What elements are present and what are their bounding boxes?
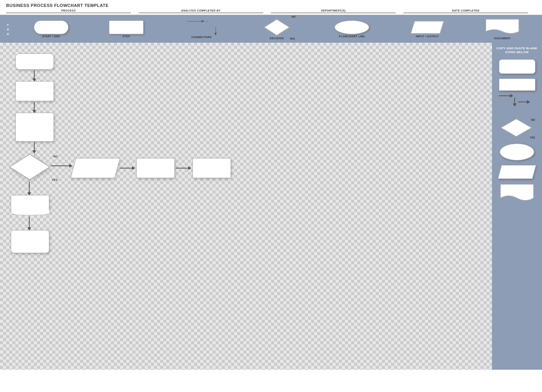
arrow-right-3 <box>176 168 191 168</box>
flow-box-3 <box>15 113 54 142</box>
arrow-down-doc-shape <box>29 217 30 230</box>
main-area: NO YES <box>0 43 542 370</box>
arrow-down-2 <box>34 102 35 113</box>
page-title: BUSINESS PROCESS FLOWCHART TEMPLATE <box>6 3 536 8</box>
flow-box-right <box>192 158 231 178</box>
key-connectors-label: CONNECTORS <box>191 36 212 38</box>
svg-marker-2 <box>10 154 50 180</box>
header-fields: PROCESS ANALYSIS COMPLETED BY DEPARTMENT… <box>6 9 536 13</box>
flow-step-mid-shape <box>136 158 175 178</box>
flow-decision: NO YES <box>8 153 51 182</box>
key-flowchart-link-label: FLOWCHART LINK <box>339 35 365 38</box>
flow-step-right-shape <box>192 158 231 178</box>
key-decision-wrap: NO YES <box>263 18 290 36</box>
key-item-flowchart-link: FLOWCHART LINK <box>316 20 388 38</box>
arrow-right-2 <box>119 168 135 168</box>
key-input-output-label: INPUT / OUTPUT <box>416 35 439 38</box>
sidebar-step[interactable] <box>499 78 535 91</box>
key-bar: K E Y START / END STEP → CONNECTORS NO <box>0 15 542 43</box>
key-start-end-label: START / END <box>42 35 60 38</box>
flow-final-shape <box>11 230 49 253</box>
flow-box-mid <box>136 158 175 178</box>
sidebar-oval[interactable] <box>500 143 534 160</box>
flow-decision-shape <box>8 153 51 181</box>
key-document-shape <box>485 18 520 36</box>
flow-box-final <box>11 230 49 253</box>
arrow-right-no <box>51 165 72 166</box>
flow-doc-shape <box>11 195 49 212</box>
sidebar-decision[interactable]: NO YES <box>500 118 534 139</box>
date-field: DATE COMPLETED <box>403 9 528 13</box>
process-label: PROCESS <box>6 9 131 12</box>
key-decision-shape <box>263 18 290 36</box>
flow-no-label: NO <box>53 155 58 158</box>
arrow-right-no-shape <box>51 165 72 166</box>
process-field: PROCESS <box>6 9 131 13</box>
arrow-down-shape <box>34 70 35 81</box>
sidebar-no-label: NO <box>531 118 535 121</box>
svg-marker-3 <box>501 119 532 137</box>
flow-step-shape-2 <box>15 81 54 101</box>
sidebar-yes-label: YES <box>530 136 535 139</box>
sidebar-start-end[interactable] <box>499 59 535 74</box>
analysis-label: ANALYSIS COMPLETED BY <box>139 9 263 12</box>
arrow-down-yes <box>29 182 30 195</box>
arrow-down-shape-2 <box>34 102 35 113</box>
key-document-label: DOCUMENT <box>494 37 511 40</box>
flow-parallelogram <box>73 158 117 178</box>
flow-box-1 <box>15 53 54 70</box>
svg-marker-0 <box>264 19 289 35</box>
key-item-input-output: INPUT / OUTPUT <box>391 20 463 38</box>
arrow-down-3 <box>34 142 35 153</box>
flow-step-shape-3 <box>15 113 54 142</box>
key-step-label: STEP <box>122 35 130 38</box>
sidebar-document-wrap <box>500 183 534 205</box>
arrow-down-yes-shape <box>29 182 30 195</box>
flow-doc <box>11 195 49 212</box>
key-input-output-shape <box>410 20 445 34</box>
arrow-down-shape-3 <box>34 142 35 153</box>
canvas-area: NO YES <box>0 43 492 370</box>
key-no-label: NO <box>291 15 296 18</box>
date-label: DATE COMPLETED <box>403 9 528 12</box>
key-decision-label: DECISION <box>270 37 284 40</box>
department-field: DEPARTMENT(S) <box>271 9 396 13</box>
sidebar: COPY AND PASTE BLANK ICONS BELOW <box>492 43 542 370</box>
department-label: DEPARTMENT(S) <box>271 9 396 12</box>
key-item-step: STEP <box>90 20 162 38</box>
svg-marker-1 <box>411 21 444 33</box>
sidebar-decision-shape <box>500 118 533 138</box>
arrow-down-doc <box>29 217 30 230</box>
key-flowchart-link-shape <box>335 20 369 34</box>
arrow-down-1 <box>34 70 35 81</box>
key-item-decision: NO YES DECISION <box>241 18 312 40</box>
sidebar-document-shape[interactable] <box>500 183 534 204</box>
key-label: K E Y <box>4 23 12 35</box>
flow-start-end-shape <box>15 53 54 70</box>
key-start-end-shape <box>34 20 69 34</box>
sidebar-title: COPY AND PASTE BLANK ICONS BELOW <box>495 47 539 55</box>
flow-box-2 <box>15 81 54 101</box>
key-item-document: DOCUMENT <box>467 18 538 40</box>
sidebar-connectors <box>499 95 535 113</box>
arrow-right-shape-3 <box>176 168 191 168</box>
key-item-connectors: → CONNECTORS <box>166 19 237 38</box>
arrow-right-shape-2 <box>119 168 135 168</box>
analysis-field: ANALYSIS COMPLETED BY <box>139 9 263 13</box>
flow-yes-label: YES <box>52 178 58 182</box>
key-item-start-end: START / END <box>15 20 87 38</box>
key-step-shape <box>109 20 144 34</box>
key-yes-label: YES <box>289 37 295 40</box>
sidebar-parallelogram[interactable] <box>498 165 536 179</box>
key-connectors-shape: → <box>187 19 216 35</box>
flow-para-shape <box>70 158 120 178</box>
header: BUSINESS PROCESS FLOWCHART TEMPLATE PROC… <box>0 0 542 15</box>
